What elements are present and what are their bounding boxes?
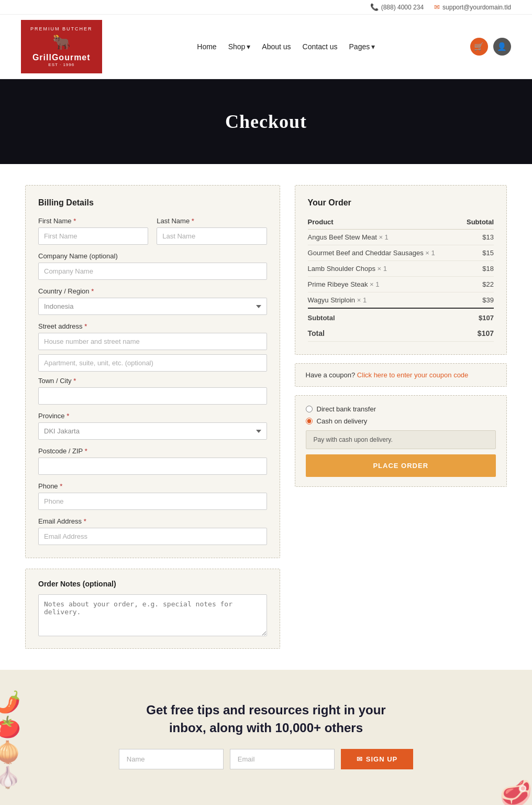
street-label: Street address * [38,322,267,330]
col-subtotal: Subtotal [461,215,494,230]
chevron-down-icon: ▾ [247,42,250,51]
payment-option-bank[interactable]: Direct bank transfer [306,405,496,413]
table-row: Wagyu Striploin × 1$39 [308,292,494,309]
email-label: Email Address * [38,517,267,525]
cod-label: Cash on delivery [317,417,368,425]
main-nav: Home Shop ▾ About us Contact us Pages ▾ [197,42,375,51]
total-label: Total [308,325,461,342]
nav-pages[interactable]: Pages ▾ [349,42,375,51]
country-select[interactable]: Indonesia [38,298,267,315]
order-table: Product Subtotal Angus Beef Stew Meat × … [308,215,494,342]
item-price: $13 [461,230,494,245]
bank-radio[interactable] [306,406,313,412]
city-label: Town / City * [38,377,267,385]
payment-note: Pay with cash upon delivery. [306,430,496,449]
billing-box: Billing Details First Name * Last Name *… [25,185,280,558]
city-input[interactable] [38,387,267,405]
last-name-group: Last Name * [157,217,267,245]
newsletter-form: ✉ SIGN UP [21,749,511,769]
country-group: Country / Region * Indonesia [38,287,267,315]
phone-bar: 📞 (888) 4000 234 [370,3,424,11]
notes-box: Order Notes (optional) [25,569,280,649]
nav-about[interactable]: About us [262,42,291,51]
street2-input[interactable] [38,354,267,372]
postcode-group: Postcode / ZIP * [38,447,267,475]
last-name-input[interactable] [157,227,267,245]
phone-group: Phone * [38,482,267,510]
company-label: Company Name (optional) [38,252,267,260]
province-label: Province * [38,412,267,420]
payment-option-cod[interactable]: Cash on delivery [306,417,496,425]
table-row: Prime Ribeye Steak × 1$22 [308,277,494,292]
nav-shop-link[interactable]: Shop [228,42,246,51]
email-send-icon: ✉ [357,755,363,763]
email-icon: ✉ [434,3,440,11]
table-row: Gourmet Beef and Cheddar Sausages × 1$15 [308,245,494,261]
nav-icons: 🛒 👤 [470,38,511,56]
notes-label: Order Notes (optional) [38,580,267,588]
payment-box: Direct bank transfer Cash on delivery Pa… [295,395,507,487]
newsletter-heading: Get free tips and resources right in you… [21,701,511,736]
email-bar: ✉ support@yourdomain.tld [434,3,511,11]
city-group: Town / City * [38,377,267,405]
coupon-link[interactable]: Click here to enter your coupon code [357,371,468,379]
company-group: Company Name (optional) [38,252,267,280]
phone-label: Phone * [38,482,267,490]
nav-home[interactable]: Home [197,42,216,51]
order-section: Your Order Product Subtotal Angus Beef S… [295,185,507,649]
nav-pages-link[interactable]: Pages [349,42,370,51]
province-group: Province * DKI Jakarta [38,412,267,440]
cart-button[interactable]: 🛒 [470,38,488,56]
hero-section: Checkout [0,79,532,164]
cod-radio[interactable] [306,418,313,425]
item-price: $22 [461,277,494,292]
item-name: Gourmet Beef and Cheddar Sausages × 1 [308,245,461,261]
table-row: Lamb Shoulder Chops × 1$18 [308,261,494,277]
subtotal-value: $107 [461,308,494,325]
item-name: Lamb Shoulder Chops × 1 [308,261,461,277]
billing-section: Billing Details First Name * Last Name *… [25,185,280,649]
coupon-text: Have a coupon? [306,371,356,379]
province-select[interactable]: DKI Jakarta [38,422,267,440]
signup-button[interactable]: ✉ SIGN UP [341,749,413,769]
first-name-input[interactable] [38,227,148,245]
email-group: Email Address * [38,517,267,545]
street-group: Street address * [38,322,267,372]
street-input[interactable] [38,333,267,350]
chevron-down-icon-pages: ▾ [371,42,375,51]
notes-section: Order Notes (optional) [25,569,280,649]
newsletter-email-input[interactable] [230,749,335,769]
newsletter-section: 🌶️🍅🧅🧄 Get free tips and resources right … [0,670,532,805]
item-name: Wagyu Striploin × 1 [308,292,461,309]
top-bar: 📞 (888) 4000 234 ✉ support@yourdomain.tl… [0,0,532,15]
item-name: Angus Beef Stew Meat × 1 [308,230,461,245]
logo[interactable]: PREMIUM BUTCHER 🐂 GrillGourmet EST · 199… [21,20,102,73]
main-content: Billing Details First Name * Last Name *… [15,185,517,649]
item-name: Prime Ribeye Steak × 1 [308,277,461,292]
user-button[interactable]: 👤 [493,38,511,56]
notes-input[interactable] [38,594,267,636]
newsletter-name-input[interactable] [119,749,224,769]
name-row: First Name * Last Name * [38,217,267,245]
last-name-label: Last Name * [157,217,267,225]
phone-input[interactable] [38,493,267,510]
subtotal-label: Subtotal [308,308,461,325]
order-title: Your Order [308,198,494,208]
postcode-input[interactable] [38,458,267,475]
logo-name: GrillGourmet [32,53,91,62]
company-input[interactable] [38,263,267,280]
page-title: Checkout [21,111,511,133]
logo-icon: 🐂 [52,34,71,51]
item-price: $39 [461,292,494,309]
email-input[interactable] [38,528,267,545]
nav-shop[interactable]: Shop ▾ [228,42,251,51]
logo-premium: PREMIUM BUTCHER [30,26,93,31]
place-order-button[interactable]: PLACE ORDER [306,454,496,477]
coupon-box: Have a coupon? Click here to enter your … [295,363,507,387]
phone-number: (888) 4000 234 [381,4,424,11]
table-row: Angus Beef Stew Meat × 1$13 [308,230,494,245]
first-name-label: First Name * [38,217,148,225]
nav-contact[interactable]: Contact us [303,42,338,51]
bank-label: Direct bank transfer [317,405,376,413]
first-name-group: First Name * [38,217,148,245]
